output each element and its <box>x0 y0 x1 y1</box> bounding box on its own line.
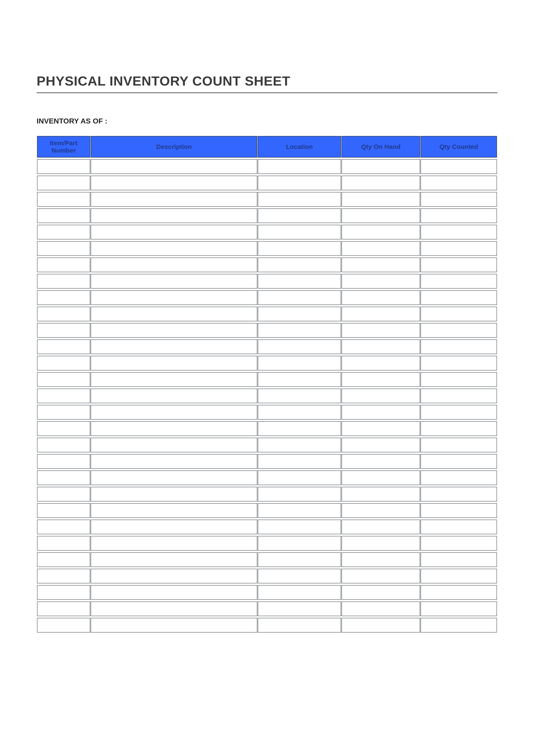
cell-qty_counted[interactable] <box>420 192 497 207</box>
cell-item[interactable] <box>37 372 90 387</box>
cell-location[interactable] <box>258 323 341 338</box>
cell-qty_on_hand[interactable] <box>342 257 420 272</box>
cell-qty_on_hand[interactable] <box>342 487 420 501</box>
cell-description[interactable] <box>91 602 257 616</box>
cell-qty_counted[interactable] <box>420 339 497 354</box>
cell-qty_on_hand[interactable] <box>342 192 420 207</box>
cell-qty_on_hand[interactable] <box>342 159 420 174</box>
cell-qty_on_hand[interactable] <box>342 569 420 583</box>
cell-item[interactable] <box>37 602 90 616</box>
cell-item[interactable] <box>37 257 90 272</box>
cell-description[interactable] <box>91 438 257 452</box>
cell-description[interactable] <box>91 241 257 256</box>
cell-qty_on_hand[interactable] <box>342 307 420 321</box>
cell-description[interactable] <box>91 208 257 223</box>
cell-qty_on_hand[interactable] <box>342 454 420 469</box>
cell-item[interactable] <box>37 487 90 501</box>
cell-item[interactable] <box>37 339 90 354</box>
cell-qty_counted[interactable] <box>420 257 497 272</box>
cell-description[interactable] <box>91 569 257 583</box>
cell-qty_counted[interactable] <box>420 569 497 583</box>
cell-description[interactable] <box>91 225 257 239</box>
cell-qty_counted[interactable] <box>420 602 497 616</box>
cell-qty_counted[interactable] <box>420 585 497 600</box>
cell-description[interactable] <box>91 503 257 518</box>
cell-location[interactable] <box>258 552 341 567</box>
cell-qty_counted[interactable] <box>420 241 497 256</box>
cell-location[interactable] <box>258 421 341 436</box>
cell-qty_on_hand[interactable] <box>342 471 420 485</box>
cell-description[interactable] <box>91 389 257 403</box>
cell-location[interactable] <box>258 389 341 403</box>
cell-location[interactable] <box>258 339 341 354</box>
cell-item[interactable] <box>37 225 90 239</box>
cell-qty_counted[interactable] <box>420 520 497 534</box>
cell-qty_counted[interactable] <box>420 323 497 338</box>
cell-qty_on_hand[interactable] <box>342 274 420 288</box>
cell-item[interactable] <box>37 389 90 403</box>
cell-qty_on_hand[interactable] <box>342 225 420 239</box>
cell-location[interactable] <box>258 618 341 633</box>
cell-qty_counted[interactable] <box>420 454 497 469</box>
cell-item[interactable] <box>37 290 90 305</box>
cell-qty_on_hand[interactable] <box>342 323 420 338</box>
cell-location[interactable] <box>258 405 341 419</box>
cell-qty_counted[interactable] <box>420 159 497 174</box>
cell-location[interactable] <box>258 307 341 321</box>
cell-item[interactable] <box>37 421 90 436</box>
cell-description[interactable] <box>91 257 257 272</box>
cell-description[interactable] <box>91 454 257 469</box>
cell-qty_counted[interactable] <box>420 536 497 551</box>
cell-qty_on_hand[interactable] <box>342 339 420 354</box>
cell-description[interactable] <box>91 339 257 354</box>
cell-location[interactable] <box>258 290 341 305</box>
cell-description[interactable] <box>91 618 257 633</box>
cell-qty_counted[interactable] <box>420 290 497 305</box>
cell-item[interactable] <box>37 536 90 551</box>
cell-qty_counted[interactable] <box>420 438 497 452</box>
cell-qty_on_hand[interactable] <box>342 585 420 600</box>
cell-location[interactable] <box>258 585 341 600</box>
cell-location[interactable] <box>258 503 341 518</box>
cell-qty_counted[interactable] <box>420 471 497 485</box>
cell-item[interactable] <box>37 208 90 223</box>
cell-qty_counted[interactable] <box>420 503 497 518</box>
cell-location[interactable] <box>258 176 341 190</box>
cell-description[interactable] <box>91 192 257 207</box>
cell-location[interactable] <box>258 471 341 485</box>
cell-description[interactable] <box>91 421 257 436</box>
cell-qty_on_hand[interactable] <box>342 208 420 223</box>
cell-location[interactable] <box>258 208 341 223</box>
cell-description[interactable] <box>91 307 257 321</box>
cell-item[interactable] <box>37 274 90 288</box>
cell-item[interactable] <box>37 454 90 469</box>
cell-qty_counted[interactable] <box>420 421 497 436</box>
cell-item[interactable] <box>37 438 90 452</box>
cell-description[interactable] <box>91 405 257 419</box>
cell-qty_on_hand[interactable] <box>342 618 420 633</box>
cell-item[interactable] <box>37 405 90 419</box>
cell-location[interactable] <box>258 241 341 256</box>
cell-qty_on_hand[interactable] <box>342 405 420 419</box>
cell-qty_counted[interactable] <box>420 307 497 321</box>
cell-location[interactable] <box>258 257 341 272</box>
cell-qty_counted[interactable] <box>420 372 497 387</box>
cell-location[interactable] <box>258 520 341 534</box>
cell-item[interactable] <box>37 307 90 321</box>
cell-location[interactable] <box>258 192 341 207</box>
cell-location[interactable] <box>258 569 341 583</box>
cell-item[interactable] <box>37 520 90 534</box>
cell-description[interactable] <box>91 290 257 305</box>
cell-qty_counted[interactable] <box>420 487 497 501</box>
cell-qty_on_hand[interactable] <box>342 503 420 518</box>
cell-qty_counted[interactable] <box>420 274 497 288</box>
cell-qty_counted[interactable] <box>420 208 497 223</box>
cell-item[interactable] <box>37 585 90 600</box>
cell-item[interactable] <box>37 323 90 338</box>
cell-description[interactable] <box>91 552 257 567</box>
cell-qty_counted[interactable] <box>420 405 497 419</box>
cell-description[interactable] <box>91 520 257 534</box>
cell-qty_counted[interactable] <box>420 618 497 633</box>
cell-qty_counted[interactable] <box>420 552 497 567</box>
cell-description[interactable] <box>91 536 257 551</box>
